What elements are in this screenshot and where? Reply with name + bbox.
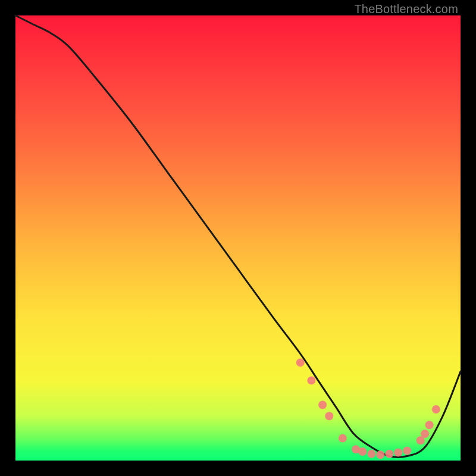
chart-marker <box>394 449 402 457</box>
chart-marker <box>385 450 393 458</box>
chart-marker <box>296 358 305 367</box>
chart-marker <box>432 405 440 414</box>
chart-marker <box>425 421 434 429</box>
chart-overlay <box>15 15 461 461</box>
chart-marker <box>318 401 327 409</box>
chart-marker <box>339 434 347 443</box>
chart-marker <box>421 430 429 438</box>
chart-marker <box>367 450 375 458</box>
chart-marker <box>358 447 367 456</box>
watermark-label: TheBottleneck.com <box>354 2 458 16</box>
chart-markers <box>296 358 440 459</box>
chart-marker <box>307 376 315 384</box>
chart-curve <box>15 15 461 457</box>
chart-marker <box>403 447 411 455</box>
chart-marker <box>376 450 384 459</box>
chart-stage: TheBottleneck.com <box>0 0 476 476</box>
chart-marker <box>325 412 333 420</box>
